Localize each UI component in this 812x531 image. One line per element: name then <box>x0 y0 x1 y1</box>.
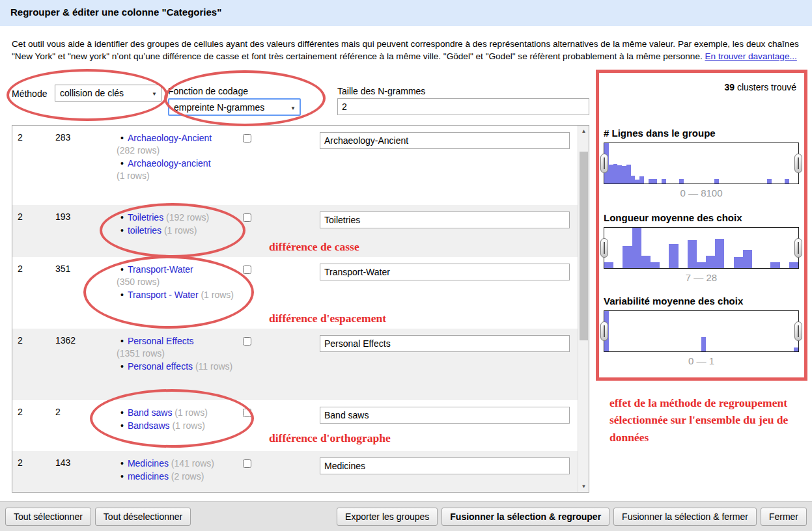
range-slider-right-handle[interactable] <box>794 321 802 341</box>
range-slider-left-handle[interactable] <box>600 154 608 173</box>
cluster-value-link[interactable]: Band saws <box>128 407 172 418</box>
histogram-bar <box>662 311 666 351</box>
histogram-bar <box>666 311 671 351</box>
histogram-bar <box>635 311 639 351</box>
histogram-bar <box>706 228 715 268</box>
find-more-link[interactable]: En trouver davantage... <box>705 51 797 61</box>
histogram-rows-title: # Lignes dans le groupe <box>604 128 716 139</box>
cluster-values-cell: •Personal Effects (1351 rows)•Personal e… <box>104 335 238 400</box>
cluster-value-link[interactable]: toiletries <box>128 225 161 236</box>
histogram-bar <box>727 143 732 184</box>
histogram-bar <box>692 311 697 351</box>
histogram-bar <box>706 311 710 351</box>
cluster-values-cell: •Transport-Water (350 rows)•Transport - … <box>104 264 238 329</box>
merge-checkbox[interactable] <box>243 337 251 346</box>
cluster-value-rowcount: (1 rows) <box>172 407 207 418</box>
range-slider-left-handle[interactable] <box>600 238 608 258</box>
new-value-input[interactable] <box>320 335 570 352</box>
cluster-value-link[interactable]: Archaeology-ancient <box>128 158 211 169</box>
merge-checkbox[interactable] <box>243 213 251 222</box>
cluster-value-link[interactable]: Bandsaws <box>128 420 170 431</box>
histogram-bar <box>697 228 706 268</box>
histogram-variance <box>604 310 799 352</box>
vertical-scrollbar[interactable]: ▲ ▼ <box>578 126 589 492</box>
merge-checkbox-cell <box>238 132 315 205</box>
new-value-input[interactable] <box>320 132 570 149</box>
histogram-bar <box>657 311 662 351</box>
histogram-bar <box>772 311 776 351</box>
method-select-value: collision de clés <box>60 88 124 98</box>
scroll-down-icon[interactable]: ▼ <box>578 481 589 492</box>
cluster-value-link[interactable]: Personal Effects <box>128 336 194 346</box>
keying-function-select[interactable]: empreinte N-grammes ▼ <box>168 98 301 116</box>
footer-button-fusionner-la-s-lection-regrouper[interactable]: Fusionner la sélection & regrouper <box>441 508 609 526</box>
histogram-bar <box>697 311 701 351</box>
histogram-bar <box>746 143 750 184</box>
new-value-input[interactable] <box>320 457 570 474</box>
cluster-value-link[interactable]: Transport - Water <box>128 290 199 300</box>
bullet-icon: • <box>120 133 124 143</box>
histogram-bar <box>741 311 746 351</box>
histogram-bar <box>780 228 789 268</box>
histogram-bar <box>749 143 754 184</box>
histogram-bar <box>736 311 741 351</box>
ngram-size-input[interactable] <box>337 98 589 115</box>
histogram-rows-bars <box>604 143 798 184</box>
dialog-title: Regrouper & éditer une colonne "Categori… <box>0 0 812 26</box>
histogram-bar <box>666 143 671 184</box>
histogram-bar <box>772 143 776 184</box>
cluster-value-item: •toiletries (1 rows) <box>109 225 238 237</box>
cluster-value-item: •Bandsaws (1 rows) <box>109 420 238 432</box>
cluster-value-link[interactable]: Archaeology-Ancient <box>128 133 212 143</box>
cluster-size-cell: 2 <box>12 457 50 492</box>
footer-button-exporter-les-groupes[interactable]: Exporter les groupes <box>337 508 438 526</box>
histogram-bar <box>623 228 632 268</box>
cluster-value-link[interactable]: Transport-Water <box>128 264 193 275</box>
method-select[interactable]: collision de clés ▼ <box>55 85 161 102</box>
merge-checkbox[interactable] <box>243 459 251 468</box>
histogram-length-bars <box>604 228 798 268</box>
cluster-value-item: •Transport - Water (1 rows) <box>109 289 238 301</box>
merge-checkbox[interactable] <box>243 409 251 417</box>
dialog-footer: Tout sélectionnerTout déselectionnerExpo… <box>0 501 812 531</box>
histogram-bar <box>675 143 679 184</box>
merge-checkbox[interactable] <box>243 134 251 143</box>
histogram-bar <box>660 228 669 268</box>
cluster-value-link[interactable]: Personal effects <box>128 361 193 372</box>
range-slider-right-handle[interactable] <box>794 238 802 258</box>
histogram-bar <box>675 311 679 351</box>
cluster-value-link[interactable]: Medicines <box>128 458 169 469</box>
bullet-icon: • <box>120 158 124 169</box>
cluster-value-item: •Band saws (1 rows) <box>109 407 238 419</box>
cluster-value-item: •Medicines (141 rows) <box>109 457 238 470</box>
cluster-value-rowcount: (1 rows) <box>170 420 205 431</box>
cluster-value-item: •medicines (2 rows) <box>109 470 238 483</box>
new-value-input[interactable] <box>320 264 570 280</box>
chevron-down-icon: ▼ <box>152 91 157 97</box>
cluster-summary-panel: 39 clusters trouvé # Lignes dans le grou… <box>596 70 807 381</box>
range-slider-left-handle[interactable] <box>600 321 608 341</box>
bullet-icon: • <box>120 361 124 372</box>
histogram-rows-range: 0 — 8100 <box>604 187 799 198</box>
range-slider-right-handle[interactable] <box>794 154 802 173</box>
new-value-input[interactable] <box>320 211 570 228</box>
histogram-bar <box>632 228 641 268</box>
cluster-value-link[interactable]: medicines <box>128 471 169 482</box>
footer-button-fusionner-la-s-lection-fermer[interactable]: Fusionner la sélection & fermer <box>613 508 757 526</box>
histogram-length-range: 7 — 28 <box>604 272 799 283</box>
footer-button-fermer[interactable]: Fermer <box>761 508 807 526</box>
cluster-value-rowcount: (141 rows) <box>169 458 214 469</box>
chevron-down-icon: ▼ <box>290 105 296 111</box>
histogram-bar <box>789 311 794 351</box>
scroll-up-icon[interactable]: ▲ <box>578 126 589 137</box>
footer-button-tout-s-lectionner[interactable]: Tout sélectionner <box>5 508 91 526</box>
scrollbar-thumb[interactable] <box>580 152 588 340</box>
merge-checkbox[interactable] <box>243 266 251 274</box>
new-value-input[interactable] <box>320 407 570 424</box>
histogram-bar <box>652 311 657 351</box>
footer-button-tout-d-selectionner[interactable]: Tout déselectionner <box>95 508 191 526</box>
histogram-bar <box>688 228 697 268</box>
histogram-bar <box>734 228 743 268</box>
ngram-size-label: Taille des N-grammes <box>337 86 425 96</box>
cluster-value-link[interactable]: Toiletries <box>128 212 163 223</box>
